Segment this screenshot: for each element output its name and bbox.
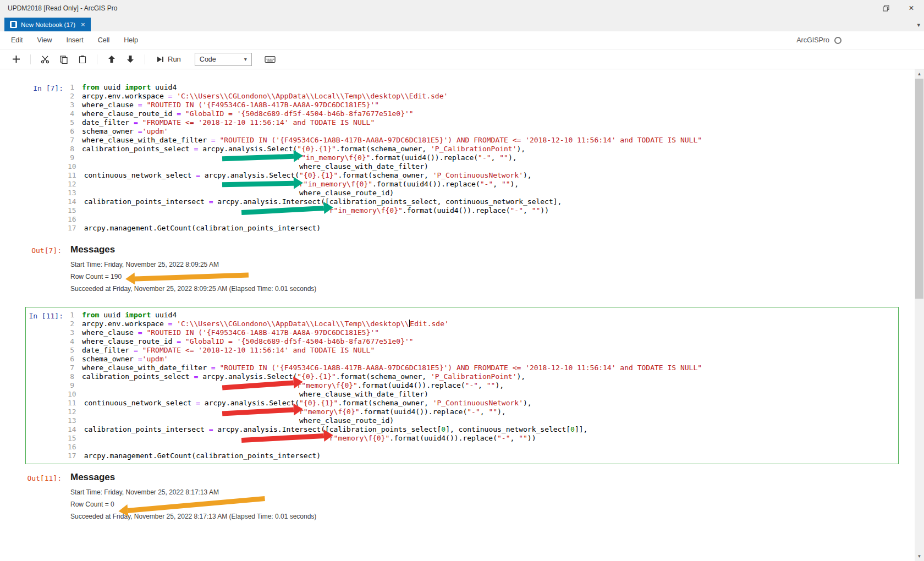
messages-heading: Messages bbox=[70, 244, 899, 255]
code-line[interactable]: 14calibration_points_intersect = arcpy.a… bbox=[68, 425, 897, 434]
kernel-idle-icon bbox=[834, 37, 842, 44]
code-line[interactable]: 5date_filter = "FROMDATE <= '2018-12-10 … bbox=[68, 118, 897, 127]
code-line[interactable]: 16 bbox=[68, 443, 897, 452]
code-line[interactable]: 16 bbox=[68, 215, 897, 224]
code-line[interactable]: 2arcpy.env.workspace = 'C:\\Users\\CGLon… bbox=[68, 320, 897, 328]
paste-cells-button[interactable] bbox=[74, 52, 91, 67]
code-line[interactable]: 13 where_clause_route_id) bbox=[68, 189, 897, 197]
code-text: where_clause_route_id) bbox=[84, 189, 394, 197]
kernel-name: ArcGISPro bbox=[796, 36, 829, 44]
close-window-button[interactable]: × bbox=[899, 0, 924, 16]
line-number: 15 bbox=[68, 434, 84, 443]
close-icon: × bbox=[909, 3, 914, 13]
line-number: 1 bbox=[68, 83, 82, 92]
move-cell-down-button[interactable] bbox=[122, 52, 139, 67]
code-editor[interactable]: 1from uuid import uuid42arcpy.env.worksp… bbox=[68, 81, 897, 235]
code-text: where_clause_with_date_filter = "ROUTEID… bbox=[82, 136, 702, 145]
line-number: 17 bbox=[68, 224, 84, 233]
code-line[interactable]: 17arcpy.management.GetCount(calibration_… bbox=[68, 224, 897, 233]
start-time-text: Start Time: Friday, November 25, 2022 8:… bbox=[70, 261, 899, 269]
code-line[interactable]: 9 r"in_memory\f{0}".format(uuid4()).repl… bbox=[68, 153, 897, 162]
tab-close-icon[interactable]: × bbox=[81, 20, 85, 29]
arrow-up-icon bbox=[108, 55, 116, 63]
menu-view[interactable]: View bbox=[37, 36, 52, 44]
line-number: 6 bbox=[68, 127, 82, 136]
code-line[interactable]: 15 r"memory\f{0}".format(uuid4()).replac… bbox=[68, 434, 897, 443]
code-line[interactable]: 6schema_owner ='updm' bbox=[68, 127, 897, 136]
cell-type-select[interactable]: Code ▾ bbox=[195, 53, 252, 66]
output-prompt: Out[11]: bbox=[25, 471, 66, 525]
code-line[interactable]: 10 where_clause_with_date_filter) bbox=[68, 162, 897, 171]
code-line[interactable]: 4where_clause_route_id = "GlobalID = '{5… bbox=[68, 337, 897, 346]
code-line[interactable]: 10 where_clause_with_date_filter) bbox=[68, 390, 897, 399]
toolbar-separator bbox=[30, 54, 31, 64]
code-text: schema_owner ='updm' bbox=[82, 355, 168, 364]
code-line[interactable]: 3where_clause = "ROUTEID IN ('{F49534C6-… bbox=[68, 101, 897, 109]
code-line[interactable]: 1from uuid import uuid4 bbox=[68, 311, 897, 320]
code-line[interactable]: 1from uuid import uuid4 bbox=[68, 83, 897, 92]
restore-icon bbox=[883, 5, 889, 12]
code-line[interactable]: 14calibration_points_intersect = arcpy.a… bbox=[68, 197, 897, 206]
restore-window-button[interactable] bbox=[873, 0, 899, 16]
code-line[interactable]: 9 r"memory\f{0}".format(uuid4()).replace… bbox=[68, 381, 897, 390]
scrollbar-thumb[interactable] bbox=[915, 79, 923, 299]
code-line[interactable]: 15 r"in_memory\f{0}".format(uuid4()).rep… bbox=[68, 206, 897, 215]
line-number: 4 bbox=[68, 337, 82, 346]
run-icon bbox=[156, 56, 164, 63]
code-line[interactable]: 11continuous_network_select = arcpy.anal… bbox=[68, 171, 897, 180]
copy-icon bbox=[59, 55, 68, 64]
copy-cells-button[interactable] bbox=[56, 52, 72, 67]
start-time-text: Start Time: Friday, November 25, 2022 8:… bbox=[70, 488, 899, 497]
code-text: calibration_points_select = arcpy.analys… bbox=[82, 145, 525, 153]
code-line[interactable]: 12 r"in_memory\f{0}".format(uuid4()).rep… bbox=[68, 180, 897, 189]
code-line[interactable]: 8calibration_points_select = arcpy.analy… bbox=[68, 372, 897, 381]
menu-edit[interactable]: Edit bbox=[11, 36, 23, 44]
menu-insert[interactable]: Insert bbox=[66, 36, 83, 44]
line-number: 8 bbox=[68, 145, 82, 153]
code-text: where_clause = "ROUTEID IN ('{F49534C6-1… bbox=[82, 328, 379, 337]
move-cell-up-button[interactable] bbox=[103, 52, 120, 67]
code-line[interactable]: 12 r"memory\f{0}".format(uuid4()).replac… bbox=[68, 408, 897, 416]
succeeded-text: Succeeded at Friday, November 25, 2022 8… bbox=[70, 285, 899, 293]
code-line[interactable]: 17arcpy.management.GetCount(calibration_… bbox=[68, 452, 897, 460]
vertical-scrollbar[interactable]: ▲ ▼ bbox=[915, 69, 924, 561]
input-prompt: In [11]: bbox=[27, 309, 68, 463]
code-text: date_filter = "FROMDATE <= '2018-12-10 1… bbox=[82, 118, 375, 127]
code-line[interactable]: 13 where_clause_route_id) bbox=[68, 416, 897, 425]
line-number: 11 bbox=[68, 399, 84, 408]
code-line[interactable]: 3where_clause = "ROUTEID IN ('{F49534C6-… bbox=[68, 328, 897, 337]
line-number: 1 bbox=[68, 311, 82, 320]
code-line[interactable]: 5date_filter = "FROMDATE <= '2018-12-10 … bbox=[68, 346, 897, 355]
code-text: arcpy.management.GetCount(calibration_po… bbox=[84, 452, 321, 460]
add-cell-button[interactable] bbox=[8, 52, 24, 67]
code-text: where_clause_with_date_filter) bbox=[84, 390, 428, 399]
notebook-document: In [7]: 1from uuid import uuid42arcpy.en… bbox=[0, 69, 924, 561]
cell-output: Messages Start Time: Friday, November 25… bbox=[66, 243, 899, 297]
scroll-up-icon[interactable]: ▲ bbox=[915, 69, 924, 79]
line-number: 2 bbox=[68, 92, 82, 101]
keyboard-shortcuts-button[interactable] bbox=[262, 52, 278, 67]
code-line[interactable]: 11continuous_network_select = arcpy.anal… bbox=[68, 399, 897, 408]
code-line[interactable]: 4where_clause_route_id = "GlobalID = '{5… bbox=[68, 109, 897, 118]
code-line[interactable]: 2arcpy.env.workspace = 'C:\\Users\\CGLon… bbox=[68, 92, 897, 101]
tab-list-chevron-icon[interactable]: ▾ bbox=[917, 21, 920, 29]
code-editor[interactable]: 1from uuid import uuid42arcpy.env.worksp… bbox=[68, 309, 897, 463]
code-text: where_clause_route_id = "GlobalID = '{50… bbox=[82, 337, 414, 346]
menu-help[interactable]: Help bbox=[124, 36, 138, 44]
code-line[interactable]: 7where_clause_with_date_filter = "ROUTEI… bbox=[68, 136, 897, 145]
toolbar-separator bbox=[145, 54, 145, 64]
line-number: 2 bbox=[68, 320, 82, 328]
code-text: calibration_points_intersect = arcpy.ana… bbox=[84, 425, 588, 434]
line-number: 10 bbox=[68, 390, 84, 399]
menu-cell[interactable]: Cell bbox=[98, 36, 110, 44]
code-line[interactable]: 8calibration_points_select = arcpy.analy… bbox=[68, 145, 897, 153]
code-line[interactable]: 6schema_owner ='updm' bbox=[68, 355, 897, 364]
cut-cells-button[interactable] bbox=[37, 52, 53, 67]
tab-new-notebook[interactable]: New Notebook (17) × bbox=[4, 18, 91, 31]
line-number: 5 bbox=[68, 346, 82, 355]
scroll-down-icon[interactable]: ▼ bbox=[915, 552, 924, 561]
line-number: 3 bbox=[68, 101, 82, 109]
line-number: 9 bbox=[68, 153, 82, 162]
code-line[interactable]: 7where_clause_with_date_filter = "ROUTEI… bbox=[68, 364, 897, 372]
run-button[interactable]: Run bbox=[151, 52, 186, 67]
